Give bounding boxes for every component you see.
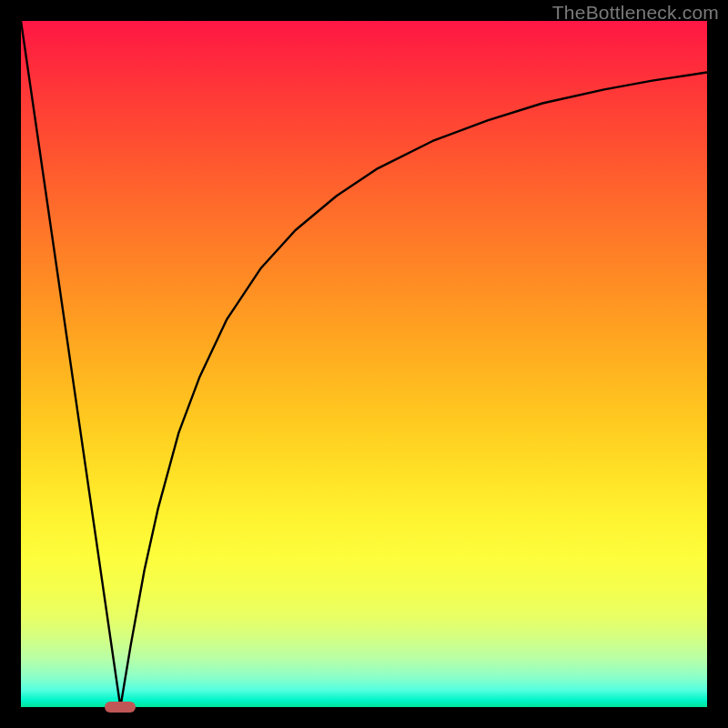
curve-path	[21, 21, 707, 707]
chart-frame: TheBottleneck.com	[0, 0, 728, 728]
watermark-text: TheBottleneck.com	[552, 2, 719, 24]
optimum-marker	[105, 702, 136, 713]
bottleneck-curve	[21, 21, 707, 707]
plot-area	[21, 21, 707, 707]
